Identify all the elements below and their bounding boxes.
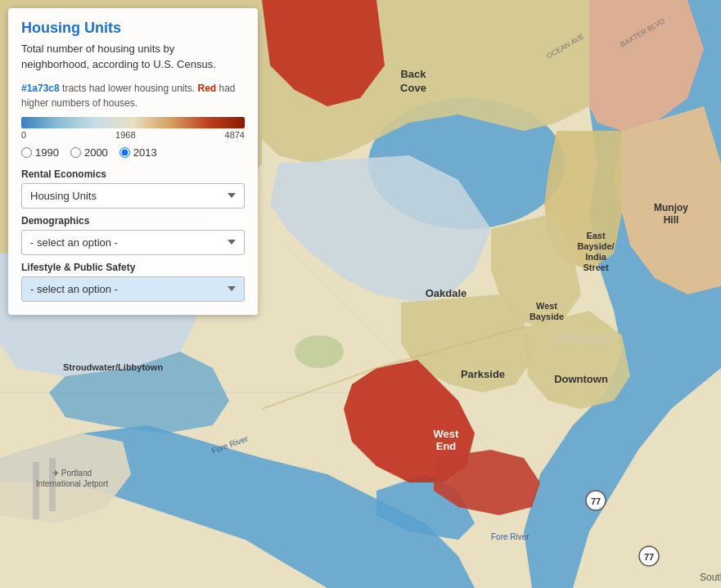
lifestyle-label: Lifestyle & Public Safety <box>21 262 245 273</box>
panel-description: Total number of housing units by neighbo… <box>21 42 245 73</box>
svg-text:Stroudwater/Libbytown: Stroudwater/Libbytown <box>63 362 164 372</box>
svg-text:Downtown: Downtown <box>554 373 608 385</box>
year-1990-label: 1990 <box>35 146 59 159</box>
svg-point-6 <box>295 335 344 368</box>
blue-label: #1a73c8 <box>21 83 60 94</box>
svg-text:South: South <box>700 572 721 583</box>
svg-text:77: 77 <box>591 496 601 506</box>
svg-text:Back: Back <box>400 68 426 80</box>
svg-text:Hill: Hill <box>664 214 679 226</box>
year-1990-option[interactable]: 1990 <box>21 146 59 159</box>
year-2000-label: 2000 <box>84 146 108 159</box>
legend-mid-val: 1968 <box>115 130 135 140</box>
lifestyle-group: Lifestyle & Public Safety - select an op… <box>21 262 245 302</box>
rental-economics-label: Rental Economics <box>21 168 245 180</box>
year-2000-option[interactable]: 2000 <box>70 146 108 159</box>
svg-text:Munjoy: Munjoy <box>654 202 688 213</box>
svg-text:✈ Portland: ✈ Portland <box>52 469 92 478</box>
year-2013-radio[interactable] <box>119 147 130 158</box>
lifestyle-select[interactable]: - select an option - Crime Rate School Q… <box>21 276 245 302</box>
svg-text:Fore River: Fore River <box>491 532 529 541</box>
legend-min: 0 <box>21 130 26 140</box>
svg-text:Bayside/: Bayside/ <box>577 241 614 251</box>
svg-text:Bayside: Bayside <box>529 312 564 321</box>
svg-text:India: India <box>585 252 607 262</box>
legend-text: #1a73c8 tracts had lower housing units. … <box>21 81 245 110</box>
svg-text:West: West <box>536 301 557 311</box>
red-label: Red <box>197 83 216 94</box>
svg-text:Cove: Cove <box>400 82 426 94</box>
color-bar <box>21 117 245 128</box>
year-2013-label: 2013 <box>133 146 157 159</box>
svg-text:International Jetport: International Jetport <box>36 479 109 488</box>
legend-numbers: 0 1968 4874 <box>21 130 245 140</box>
svg-rect-4 <box>33 462 39 519</box>
demographics-select[interactable]: - select an option - Population Age Race… <box>21 230 245 255</box>
svg-text:Street: Street <box>583 263 609 272</box>
panel-title: Housing Units <box>21 20 245 37</box>
svg-text:West: West <box>434 428 459 440</box>
demographics-label: Demographics <box>21 215 245 227</box>
demographics-group: Demographics - select an option - Popula… <box>21 215 245 255</box>
svg-text:Portland: Portland <box>553 330 609 347</box>
dropdowns: Rental Economics Housing Units Median Gr… <box>21 168 245 302</box>
svg-text:Parkside: Parkside <box>461 368 505 380</box>
legend-max: 4874 <box>225 130 245 140</box>
year-2000-radio[interactable] <box>70 147 81 158</box>
rental-economics-select[interactable]: Housing Units Median Gross Rent Rent Bur… <box>21 183 245 209</box>
legend-mid-text: tracts had lower housing units. <box>62 83 197 94</box>
svg-text:77: 77 <box>644 552 654 562</box>
year-selector: 1990 2000 2013 <box>21 146 245 159</box>
svg-text:End: End <box>436 440 457 452</box>
svg-text:Oakdale: Oakdale <box>426 287 467 299</box>
info-panel: Housing Units Total number of housing un… <box>8 8 258 315</box>
svg-text:East: East <box>586 231 606 240</box>
year-2013-option[interactable]: 2013 <box>119 146 157 159</box>
year-1990-radio[interactable] <box>21 147 32 158</box>
rental-economics-group: Rental Economics Housing Units Median Gr… <box>21 168 245 209</box>
